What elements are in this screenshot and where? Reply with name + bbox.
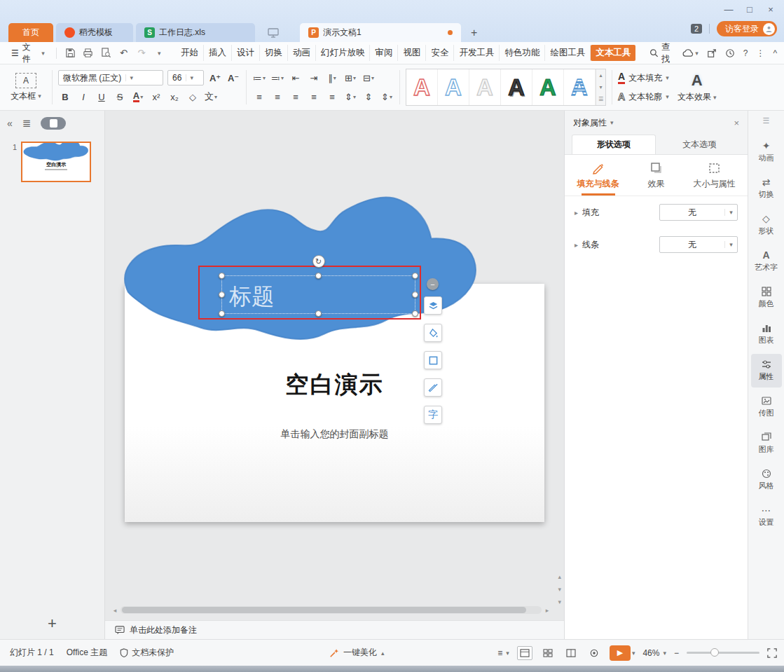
notes-bar[interactable]: 单击此处添加备注 bbox=[105, 620, 564, 639]
fill-dropdown[interactable]: 无 ▾ bbox=[659, 204, 738, 221]
font-size-combobox[interactable]: 66 ▾ bbox=[167, 70, 204, 85]
notes-toggle[interactable]: ≡ ▾ bbox=[497, 648, 509, 658]
text-direction-button[interactable]: ∥▾ bbox=[325, 71, 339, 85]
fill-color-button[interactable] bbox=[424, 324, 442, 342]
subscript-button[interactable]: x₂ bbox=[167, 90, 181, 104]
rail-animation[interactable]: ✦ 动画 bbox=[751, 135, 782, 169]
zoom-percent[interactable]: 46% ▾ bbox=[642, 648, 666, 658]
guest-login-button[interactable]: 访客登录 bbox=[717, 21, 777, 36]
resize-handle-bottom-left[interactable] bbox=[219, 310, 225, 317]
category-effect[interactable]: 效果 bbox=[634, 162, 679, 196]
undo-dropdown-icon[interactable]: ▾ bbox=[153, 46, 166, 60]
category-fill-line[interactable]: 填充与线条 bbox=[576, 162, 621, 196]
play-options-icon[interactable]: ▾ bbox=[632, 650, 635, 657]
resize-handle-bottom-middle[interactable] bbox=[315, 310, 322, 317]
new-tab-button[interactable]: + bbox=[464, 23, 484, 42]
menu-insert[interactable]: 插入 bbox=[204, 45, 232, 61]
title-placeholder-text[interactable]: 标题 bbox=[229, 282, 274, 313]
scroll-left-icon[interactable]: ◂ bbox=[111, 607, 119, 614]
normal-view-button[interactable] bbox=[517, 646, 532, 660]
underline-button[interactable]: U bbox=[95, 90, 109, 104]
category-size-properties[interactable]: 大小与属性 bbox=[692, 162, 737, 196]
font-name-combobox[interactable]: 微软雅黑 (正文) ▾ bbox=[58, 70, 163, 85]
rail-properties[interactable]: 属性 bbox=[751, 354, 782, 388]
close-panel-icon[interactable]: × bbox=[734, 118, 739, 128]
resize-handle-top-middle[interactable] bbox=[315, 273, 322, 279]
rail-color[interactable]: 颜色 bbox=[751, 281, 782, 315]
save-icon[interactable] bbox=[64, 46, 77, 60]
wordart-style-1[interactable]: A bbox=[406, 69, 438, 105]
increase-indent-button[interactable]: ⇥ bbox=[307, 71, 321, 85]
clear-format-button[interactable]: ◇ bbox=[186, 90, 200, 104]
distribute-button[interactable]: ≡ bbox=[325, 90, 339, 104]
text-effect-button[interactable]: A 文本效果 ▾ bbox=[675, 67, 720, 107]
slide-main-title[interactable]: 空白演示 bbox=[125, 369, 544, 401]
menu-devtools[interactable]: 开发工具 bbox=[454, 45, 500, 61]
rail-upload-image[interactable]: 传图 bbox=[751, 390, 782, 424]
monitor-icon[interactable] bbox=[268, 28, 279, 38]
history-icon[interactable] bbox=[725, 48, 735, 58]
thumbnail-view-toggle[interactable] bbox=[41, 117, 66, 130]
add-slide-button[interactable]: + bbox=[0, 608, 104, 639]
wordart-style-4[interactable]: A bbox=[501, 69, 532, 105]
minimize-button[interactable]: — bbox=[724, 4, 734, 15]
menu-view[interactable]: 视图 bbox=[398, 45, 426, 61]
help-icon[interactable]: ? bbox=[743, 48, 748, 58]
zoom-slider[interactable] bbox=[687, 652, 759, 654]
justify-button[interactable]: ≡ bbox=[307, 90, 321, 104]
tab-presentation-active[interactable]: P 演示文稿1 bbox=[300, 23, 461, 42]
quick-action-button[interactable]: − bbox=[427, 278, 439, 290]
resize-handle-middle-right[interactable] bbox=[412, 292, 418, 298]
wordart-style-3[interactable]: A bbox=[469, 69, 501, 105]
share-icon[interactable] bbox=[707, 48, 717, 58]
rail-settings[interactable]: ⋯ 设置 bbox=[751, 500, 782, 533]
style-brush-button[interactable] bbox=[424, 378, 442, 397]
menu-text-tools-active[interactable]: 文本工具 bbox=[591, 45, 635, 61]
resize-handle-middle-left[interactable] bbox=[219, 292, 225, 298]
resize-handle-top-left[interactable] bbox=[219, 273, 225, 279]
menu-design[interactable]: 设计 bbox=[232, 45, 260, 61]
decrease-indent-button[interactable]: ⇤ bbox=[289, 71, 303, 85]
reading-view-button[interactable] bbox=[563, 646, 579, 660]
phonetic-guide-button[interactable]: 文▾ bbox=[204, 90, 218, 104]
strikethrough-button[interactable]: S bbox=[113, 90, 127, 104]
rail-shape[interactable]: ◇ 形状 bbox=[751, 208, 782, 242]
tab-spreadsheet[interactable]: S 工作日志.xls bbox=[136, 23, 255, 42]
line-expand-icon[interactable]: ▸ bbox=[575, 241, 578, 249]
collapse-panel-icon[interactable]: « bbox=[7, 118, 13, 129]
title-textbox-selection[interactable]: 标题 ↻ bbox=[221, 275, 415, 314]
zoom-out-button[interactable]: − bbox=[674, 648, 679, 658]
tab-text-options[interactable]: 文本选项 bbox=[659, 135, 741, 154]
close-button[interactable]: × bbox=[766, 4, 776, 15]
columns-button[interactable]: ⊞▾ bbox=[343, 71, 357, 85]
text-outline-button[interactable]: A 文本轮廓 ▾ bbox=[618, 88, 669, 105]
tab-shape-options[interactable]: 形状选项 bbox=[572, 135, 656, 154]
scroll-right-icon[interactable]: ▸ bbox=[543, 607, 551, 614]
redo-icon[interactable]: ↷ bbox=[135, 46, 148, 60]
beautify-button[interactable]: 一键美化 ▴ bbox=[329, 640, 385, 666]
font-format-button[interactable]: 字 bbox=[424, 406, 442, 424]
print-icon[interactable] bbox=[81, 46, 95, 60]
collapse-ribbon-icon[interactable]: ^ bbox=[773, 48, 777, 58]
textbox-tool[interactable]: A 文本框 ▾ bbox=[6, 67, 46, 107]
fill-expand-icon[interactable]: ▸ bbox=[575, 209, 578, 217]
menu-transition[interactable]: 切换 bbox=[260, 45, 288, 61]
zoom-slider-knob[interactable] bbox=[710, 648, 719, 657]
undo-icon[interactable]: ↶ bbox=[117, 46, 130, 60]
tab-docer-templates[interactable]: 稻壳模板 bbox=[56, 23, 133, 42]
fit-window-icon[interactable] bbox=[767, 648, 777, 658]
superscript-button[interactable]: x² bbox=[149, 90, 163, 104]
outline-style-button[interactable] bbox=[424, 351, 442, 369]
cloud-sync-icon[interactable]: ▾ bbox=[682, 48, 699, 57]
rail-drag-handle[interactable]: ☰ bbox=[763, 116, 770, 125]
align-left-button[interactable]: ≡ bbox=[252, 90, 266, 104]
italic-button[interactable]: I bbox=[76, 90, 90, 104]
rail-style[interactable]: 风格 bbox=[751, 463, 782, 497]
menu-slideshow[interactable]: 幻灯片放映 bbox=[316, 45, 371, 61]
decrease-font-button[interactable]: A⁻ bbox=[226, 71, 240, 85]
increase-font-button[interactable]: A⁺ bbox=[208, 71, 222, 85]
line-dropdown[interactable]: 无 ▾ bbox=[659, 236, 738, 253]
menu-start[interactable]: 开始 bbox=[176, 45, 204, 61]
slide-counter[interactable]: 幻灯片 1 / 1 bbox=[10, 647, 54, 659]
wordart-style-2[interactable]: A bbox=[438, 69, 469, 105]
